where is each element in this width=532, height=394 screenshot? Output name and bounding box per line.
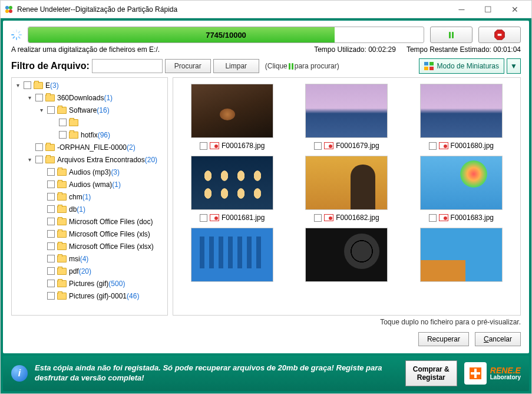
tree-checkbox[interactable] xyxy=(47,267,55,275)
view-mode-dropdown[interactable]: ▼ xyxy=(507,58,521,74)
minimize-button[interactable]: ─ xyxy=(448,1,475,18)
maximize-button[interactable]: ☐ xyxy=(475,1,501,18)
filter-input[interactable] xyxy=(92,59,163,73)
tree-item[interactable]: Microsoft Office Files (xlsx) xyxy=(12,240,167,252)
tree-checkbox[interactable] xyxy=(59,119,67,126)
thumb-image[interactable] xyxy=(305,84,388,138)
tree-count: (1) xyxy=(82,193,91,201)
expand-arrow[interactable]: ▾ xyxy=(26,94,33,101)
tree-checkbox[interactable] xyxy=(47,242,55,250)
tree-count: (1) xyxy=(104,94,113,102)
svg-rect-8 xyxy=(429,62,434,65)
thumb-image[interactable] xyxy=(305,228,388,282)
tree-checkbox[interactable] xyxy=(47,193,55,201)
thumb-checkbox[interactable] xyxy=(200,214,207,222)
svg-rect-7 xyxy=(424,62,428,65)
stop-button[interactable] xyxy=(478,27,521,43)
tree-checkbox[interactable] xyxy=(47,292,55,300)
tree-label: Arquivos Extra Encontrados xyxy=(57,156,145,164)
thumb-filename: F0001681.jpg xyxy=(222,214,265,222)
tree-checkbox[interactable] xyxy=(59,131,67,139)
tree-count: (20) xyxy=(145,156,157,164)
thumb-checkbox[interactable] xyxy=(200,142,207,150)
tree-checkbox[interactable] xyxy=(47,205,55,213)
clear-button[interactable]: Limpar xyxy=(213,59,259,73)
tree-item[interactable]: ▾Software (16) xyxy=(12,104,167,116)
tree-checkbox[interactable] xyxy=(47,280,55,287)
tree-item[interactable]: hotfix (96) xyxy=(12,129,167,141)
thumbnail-item[interactable]: F0001679.jpg xyxy=(291,84,402,150)
thumb-checkbox[interactable] xyxy=(314,142,322,150)
thumbnails-icon xyxy=(424,62,434,70)
folder-icon xyxy=(45,144,55,151)
folder-icon xyxy=(45,94,55,101)
buy-register-button[interactable]: Comprar &Registar xyxy=(405,360,457,386)
search-button[interactable]: Procurar xyxy=(165,59,211,73)
tree-checkbox[interactable] xyxy=(35,156,43,163)
tree-label: Microsoft Office Files (xls) xyxy=(69,230,150,238)
tree-checkbox[interactable] xyxy=(47,168,55,176)
thumb-image[interactable] xyxy=(191,84,273,138)
tree-item[interactable]: db (1) xyxy=(12,203,167,215)
expand-arrow[interactable]: ▾ xyxy=(38,107,45,113)
image-icon xyxy=(210,142,219,149)
tree-label: 360Downloads xyxy=(57,94,104,102)
tree-item[interactable]: pdf (20) xyxy=(12,265,167,277)
folder-tree[interactable]: ▾E (3)▾360Downloads (1)▾Software (16) ho… xyxy=(11,77,168,316)
tree-checkbox[interactable] xyxy=(47,106,55,114)
thumbnail-item[interactable]: F0001682.jpg xyxy=(291,156,402,222)
progress-bar: 7745/10000 xyxy=(28,27,424,43)
tree-item[interactable]: Pictures (gif) (500) xyxy=(12,277,167,290)
tree-count: (3) xyxy=(50,81,59,90)
close-button[interactable]: ✕ xyxy=(501,1,528,18)
tree-item[interactable] xyxy=(12,116,167,129)
thumb-checkbox[interactable] xyxy=(429,142,437,150)
recover-button[interactable]: Recuperar xyxy=(418,332,469,346)
tree-checkbox[interactable] xyxy=(47,230,55,238)
tree-item[interactable]: Microsoft Office Files (xls) xyxy=(12,228,167,240)
thumbnail-item[interactable] xyxy=(406,228,517,282)
tree-checkbox[interactable] xyxy=(47,218,55,225)
thumbnail-item[interactable]: F0001681.jpg xyxy=(177,156,288,222)
thumbnails-pane[interactable]: F0001678.jpgF0001679.jpgF0001680.jpgF000… xyxy=(173,77,521,316)
thumbnail-item[interactable] xyxy=(291,228,402,282)
tree-item[interactable]: msi (4) xyxy=(12,252,167,265)
tree-label: pdf xyxy=(69,267,79,275)
cancel-button[interactable]: Cancelar xyxy=(475,332,521,346)
tree-item[interactable]: Microsoft Office Files (doc) xyxy=(12,215,167,228)
thumbnail-item[interactable]: F0001678.jpg xyxy=(177,84,288,150)
tree-item[interactable]: Audios (wma) (1) xyxy=(12,178,167,191)
tree-item[interactable]: Pictures (gif)-0001 (46) xyxy=(12,290,167,302)
thumb-image[interactable] xyxy=(305,156,388,210)
thumb-image[interactable] xyxy=(420,228,503,282)
scan-status: A realizar uma digitalização de ficheiro… xyxy=(11,45,314,54)
tree-item[interactable]: -ORPHAN_FILE-0000 (2) xyxy=(12,141,167,153)
folder-icon xyxy=(69,132,78,139)
tree-label: Microsoft Office Files (doc) xyxy=(69,218,153,226)
thumb-filename: F0001679.jpg xyxy=(336,142,379,150)
expand-arrow[interactable]: ▾ xyxy=(14,82,21,88)
tree-item[interactable]: ▾E (3) xyxy=(12,79,167,91)
thumb-checkbox[interactable] xyxy=(314,214,322,222)
thumb-image[interactable] xyxy=(191,156,273,210)
thumbnail-item[interactable]: F0001683.jpg xyxy=(406,156,517,222)
tree-item[interactable]: Audios (mp3) (3) xyxy=(12,166,167,178)
tree-checkbox[interactable] xyxy=(47,255,55,262)
expand-arrow[interactable]: ▾ xyxy=(26,156,33,163)
tree-checkbox[interactable] xyxy=(47,180,55,188)
thumbnail-item[interactable]: F0001680.jpg xyxy=(406,84,517,150)
thumb-image[interactable] xyxy=(420,84,503,138)
pause-button[interactable] xyxy=(430,27,472,43)
thumbnail-item[interactable] xyxy=(177,228,288,282)
progress-row: 7745/10000 xyxy=(11,27,521,43)
thumb-checkbox[interactable] xyxy=(429,214,437,222)
tree-checkbox[interactable] xyxy=(35,143,43,151)
view-mode-button[interactable]: Modo de Miniaturas xyxy=(419,58,504,74)
tree-checkbox[interactable] xyxy=(24,81,31,89)
thumb-image[interactable] xyxy=(420,156,503,210)
tree-item[interactable]: ▾Arquivos Extra Encontrados (20) xyxy=(12,153,167,166)
tree-item[interactable]: chm (1) xyxy=(12,191,167,203)
tree-item[interactable]: ▾360Downloads (1) xyxy=(12,91,167,104)
tree-checkbox[interactable] xyxy=(35,94,43,101)
thumb-image[interactable] xyxy=(191,228,273,282)
